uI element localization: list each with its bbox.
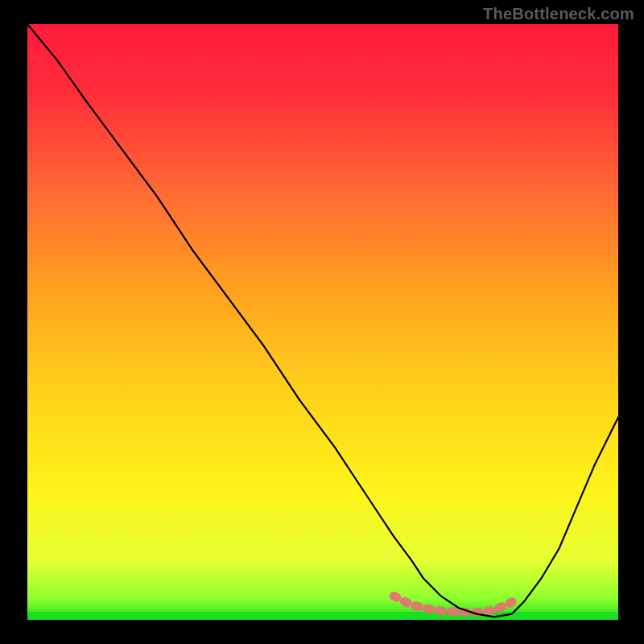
bottom-green-strip (27, 612, 618, 620)
chart-svg (0, 0, 644, 644)
plot-background (27, 24, 618, 620)
chart-frame: TheBottleneck.com (0, 0, 644, 644)
watermark-text: TheBottleneck.com (483, 5, 634, 23)
